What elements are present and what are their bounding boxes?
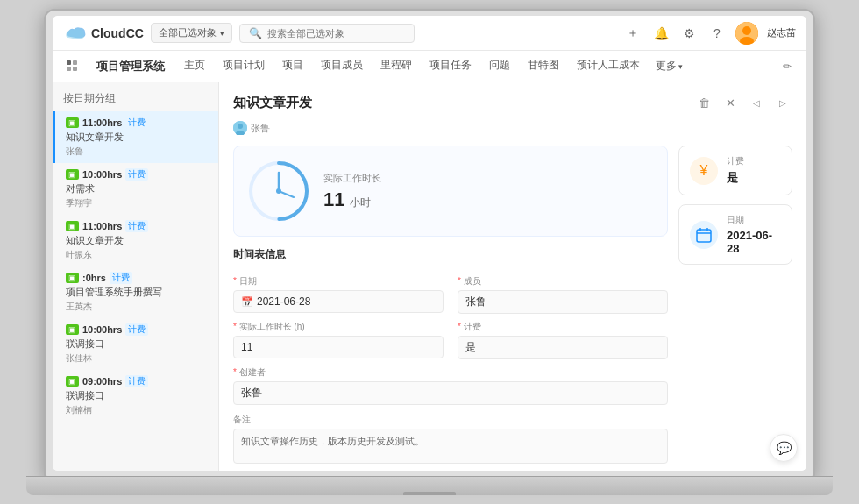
list-item[interactable]: ▣ 11:00hrs 计费 知识文章开发 叶振东 <box>53 215 218 266</box>
date-card-label: 日期 <box>727 214 781 226</box>
yen-icon: ¥ <box>690 157 718 185</box>
module-title: 项目管理系统 <box>86 59 175 75</box>
item-user: 季翔宇 <box>66 197 208 209</box>
tab-plan[interactable]: 项目计划 <box>214 51 273 82</box>
item-user: 叶振东 <box>66 249 208 261</box>
item-name: 知识文章开发 <box>66 131 208 144</box>
date-label: 日期 <box>233 275 444 287</box>
tab-cost[interactable]: 预计人工成本 <box>568 51 649 82</box>
help-icon[interactable]: ? <box>707 24 727 43</box>
author-name: 张鲁 <box>251 122 270 135</box>
hours-field: 实际工作时长 (h) 11 <box>233 321 444 359</box>
grid-icon[interactable] <box>60 53 86 80</box>
svg-rect-15 <box>697 230 711 242</box>
creator-label: 创建者 <box>233 366 668 379</box>
next-icon[interactable]: ▷ <box>773 93 792 112</box>
svg-point-1 <box>742 26 751 35</box>
item-name: 联调接口 <box>66 337 208 351</box>
date-value: 📅 2021-06-28 <box>233 290 444 313</box>
header-actions: 🗑 ✕ ◁ ▷ <box>694 93 792 112</box>
sidebar: 按日期分组 ▣ 11:00hrs 计费 知识文章开发 张鲁 <box>53 82 219 471</box>
sidebar-header: 按日期分组 <box>53 82 218 111</box>
item-user: 张佳林 <box>66 352 208 365</box>
hours-text: 10:00hrs <box>82 324 122 335</box>
notes-section: 备注 知识文章操作历史，版本历史开发及测试。 <box>233 414 668 464</box>
chevron-down-icon: ▾ <box>678 62 683 71</box>
edit-icon[interactable]: ✏ <box>775 54 799 79</box>
detail-body: 实际工作时长 11 小时 时间表信息 <box>233 146 792 464</box>
hours-text: 11:00hrs <box>82 221 122 231</box>
charge-tag: 计费 <box>125 323 148 336</box>
item-name: 联调接口 <box>66 389 208 402</box>
item-user: 张鲁 <box>66 146 208 158</box>
chevron-down-icon: ▾ <box>220 29 224 38</box>
time-badge: ▣ <box>66 221 79 231</box>
hours-text: 11:00hrs <box>82 117 122 128</box>
list-item[interactable]: ▣ 10:00hrs 计费 对需求 季翔宇 <box>53 163 218 215</box>
search-icon: 🔍 <box>249 27 262 39</box>
member-value: 张鲁 <box>458 290 668 314</box>
avatar[interactable] <box>735 22 758 45</box>
list-item[interactable]: ▣ 09:00hrs 计费 联调接口 刘楠楠 <box>53 370 218 422</box>
hours-text: 09:00hrs <box>82 376 122 387</box>
charge-tag: 计费 <box>125 220 148 232</box>
search-bar[interactable]: 🔍 <box>239 24 415 43</box>
charge-tag: 计费 <box>125 375 148 387</box>
detail-side: ¥ 计费 是 <box>678 146 792 464</box>
svg-rect-5 <box>67 67 71 71</box>
date-card-content: 日期 2021-06-28 <box>727 214 781 255</box>
hours-label: 实际工作时长 (h) <box>233 321 444 333</box>
list-item[interactable]: ▣ 11:00hrs 计费 知识文章开发 张鲁 <box>53 111 218 163</box>
charge-card-content: 计费 是 <box>727 155 744 186</box>
add-icon[interactable]: ＋ <box>623 24 642 43</box>
clock-info: 实际工作时长 11 小时 <box>323 172 381 211</box>
notes-label: 备注 <box>233 414 668 426</box>
logo: CloudCC <box>63 25 144 41</box>
module-nav: 项目管理系统 主页 项目计划 项目 项目成员 里程碑 项目任务 问题 甘特图 预… <box>53 51 806 82</box>
detail-panel: 知识文章开发 🗑 ✕ ◁ ▷ <box>219 82 806 471</box>
tab-milestone[interactable]: 里程碑 <box>372 51 421 82</box>
prev-icon[interactable]: ◁ <box>747 93 766 112</box>
delete-icon[interactable]: 🗑 <box>694 93 713 112</box>
hours-text: 10:00hrs <box>82 169 122 180</box>
svg-rect-4 <box>73 60 77 65</box>
form-grid: 日期 📅 2021-06-28 成员 <box>233 275 668 405</box>
bell-icon[interactable]: 🔔 <box>651 24 671 43</box>
creator-field: 创建者 张鲁 <box>233 366 668 405</box>
settings-icon[interactable]: ⚙ <box>679 24 699 43</box>
detail-title: 知识文章开发 <box>233 95 312 111</box>
date-field: 日期 📅 2021-06-28 <box>233 275 444 314</box>
svg-point-8 <box>238 124 243 129</box>
list-item[interactable]: ▣ :0hrs 计费 项目管理系统手册撰写 王英杰 <box>53 266 218 318</box>
svg-rect-6 <box>73 67 77 71</box>
tab-members[interactable]: 项目成员 <box>312 51 372 82</box>
more-button[interactable]: 更多 ▾ <box>649 59 690 74</box>
item-name: 对需求 <box>66 182 208 195</box>
module-tabs: 主页 项目计划 项目 项目成员 里程碑 项目任务 问题 甘特图 预计人工成本 更… <box>175 51 690 82</box>
item-user: 王英杰 <box>66 301 208 313</box>
member-field: 成员 张鲁 <box>458 275 668 314</box>
user-name[interactable]: 赵志苗 <box>767 26 796 39</box>
close-icon[interactable]: ✕ <box>721 93 740 112</box>
form-section-title: 时间表信息 <box>233 247 668 266</box>
tab-gantt[interactable]: 甘特图 <box>519 51 568 82</box>
clock-card: 实际工作时长 11 小时 <box>233 146 668 237</box>
item-name: 知识文章开发 <box>66 234 208 247</box>
search-input[interactable] <box>267 28 405 39</box>
charge-label: 计费 <box>458 321 668 333</box>
date-card: 日期 2021-06-28 <box>678 204 792 265</box>
tab-project[interactable]: 项目 <box>273 51 312 82</box>
tab-issues[interactable]: 问题 <box>480 51 519 82</box>
detail-main: 实际工作时长 11 小时 时间表信息 <box>233 146 668 464</box>
chat-fab[interactable]: 💬 <box>770 434 798 462</box>
clock-label: 实际工作时长 <box>323 172 381 185</box>
tab-home[interactable]: 主页 <box>175 51 214 82</box>
charge-field: 计费 是 <box>458 321 668 359</box>
calendar-icon: 📅 <box>241 296 253 308</box>
clock-visual <box>248 160 309 222</box>
list-item[interactable]: ▣ 10:00hrs 计费 联调接口 张佳林 <box>53 318 218 370</box>
clock-unit: 小时 <box>350 196 371 209</box>
tab-tasks[interactable]: 项目任务 <box>421 51 480 82</box>
time-badge: ▣ <box>66 117 79 128</box>
scope-selector[interactable]: 全部已选对象 ▾ <box>151 23 232 43</box>
